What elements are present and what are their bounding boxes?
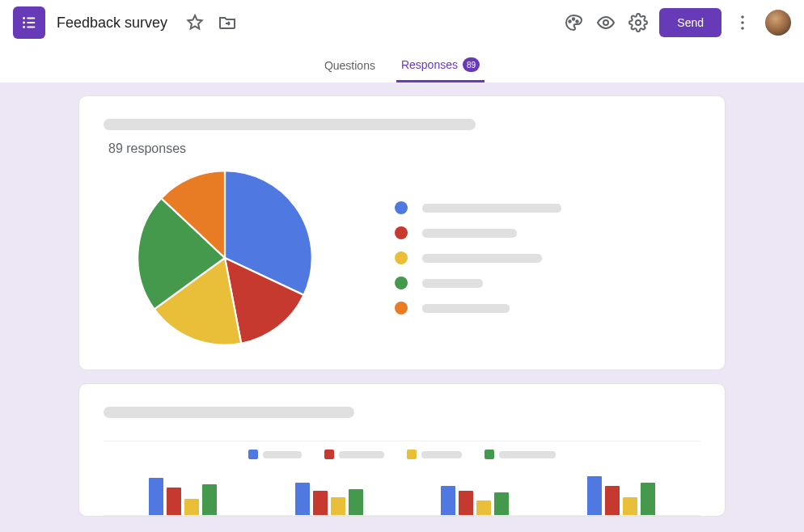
preview-eye-icon[interactable] <box>590 6 622 39</box>
tab-responses[interactable]: Responses 89 <box>396 48 485 82</box>
legend-dot <box>395 302 408 315</box>
list-icon <box>20 14 38 32</box>
more-vert-icon[interactable] <box>726 6 759 39</box>
legend-dot <box>395 226 408 239</box>
legend-swatch <box>485 450 494 459</box>
bar-group <box>295 483 363 515</box>
forms-logo[interactable] <box>13 6 45 39</box>
legend-label-placeholder <box>422 204 561 213</box>
pie-legend <box>395 201 561 315</box>
legend-item <box>395 226 561 239</box>
avatar[interactable] <box>765 10 791 36</box>
bar <box>295 483 310 515</box>
legend-item <box>395 302 561 315</box>
legend-label-placeholder <box>339 451 384 458</box>
legend-dot <box>395 251 408 264</box>
bar-legend-item <box>407 450 462 459</box>
summary-card-pie: 89 responses <box>78 95 726 370</box>
bar-legend-item <box>485 450 556 459</box>
svg-point-2 <box>23 22 25 24</box>
legend-label-placeholder <box>263 451 302 458</box>
responses-canvas: 89 responses <box>0 82 804 532</box>
svg-rect-5 <box>27 26 35 27</box>
bar <box>605 486 620 515</box>
svg-point-10 <box>636 20 641 25</box>
bar <box>494 492 509 515</box>
pie-chart <box>136 169 314 347</box>
bar-legend-item <box>248 450 302 459</box>
svg-point-0 <box>23 17 25 19</box>
palette-icon[interactable] <box>557 6 590 39</box>
legend-label-placeholder <box>499 451 556 458</box>
responses-count-label: 89 responses <box>108 141 700 156</box>
bar <box>641 483 655 515</box>
legend-dot <box>395 277 408 289</box>
bar <box>349 489 363 515</box>
svg-point-7 <box>573 18 574 19</box>
bar <box>623 497 637 515</box>
bar-group <box>441 486 509 515</box>
bar <box>149 478 163 515</box>
bar-group <box>149 478 217 515</box>
bar <box>459 491 473 515</box>
bar <box>331 497 345 515</box>
responses-count-badge: 89 <box>463 57 480 72</box>
legend-label-placeholder <box>422 304 510 313</box>
send-button[interactable]: Send <box>659 8 721 37</box>
legend-label-placeholder <box>421 451 462 458</box>
legend-item <box>395 277 561 289</box>
header: Feedback survey Send <box>0 0 804 45</box>
bar-group <box>587 476 655 515</box>
legend-item <box>395 251 561 264</box>
legend-label-placeholder <box>422 279 483 288</box>
summary-card-bar <box>78 383 726 517</box>
bar <box>587 476 602 515</box>
legend-swatch <box>248 450 258 459</box>
tab-responses-label: Responses <box>401 58 458 71</box>
legend-dot <box>395 201 408 214</box>
legend-label-placeholder <box>422 229 517 238</box>
bar <box>202 484 217 515</box>
bar-legend <box>104 450 700 459</box>
svg-point-6 <box>569 20 571 22</box>
bar-legend-item <box>324 450 384 459</box>
bar <box>167 488 181 515</box>
move-to-folder-icon[interactable] <box>211 6 243 39</box>
legend-swatch <box>324 450 334 459</box>
svg-rect-3 <box>27 22 35 23</box>
svg-point-8 <box>577 20 578 22</box>
tab-questions[interactable]: Questions <box>319 49 380 82</box>
form-title[interactable]: Feedback survey <box>57 15 167 32</box>
bar <box>313 491 328 515</box>
svg-point-9 <box>603 20 608 25</box>
svg-point-11 <box>741 15 744 19</box>
svg-point-4 <box>23 26 25 28</box>
star-icon[interactable] <box>179 6 211 39</box>
tabs: Questions Responses 89 <box>0 45 804 82</box>
legend-item <box>395 201 561 214</box>
question-title-placeholder <box>104 407 354 418</box>
bar-chart <box>104 477 700 516</box>
bar <box>476 500 491 515</box>
svg-rect-1 <box>27 17 35 19</box>
legend-swatch <box>407 450 417 459</box>
bar <box>441 486 455 515</box>
bar <box>184 499 199 515</box>
question-title-placeholder <box>104 119 476 130</box>
svg-point-12 <box>741 21 744 24</box>
settings-gear-icon[interactable] <box>622 6 654 39</box>
legend-label-placeholder <box>422 254 542 263</box>
svg-point-13 <box>741 27 744 30</box>
